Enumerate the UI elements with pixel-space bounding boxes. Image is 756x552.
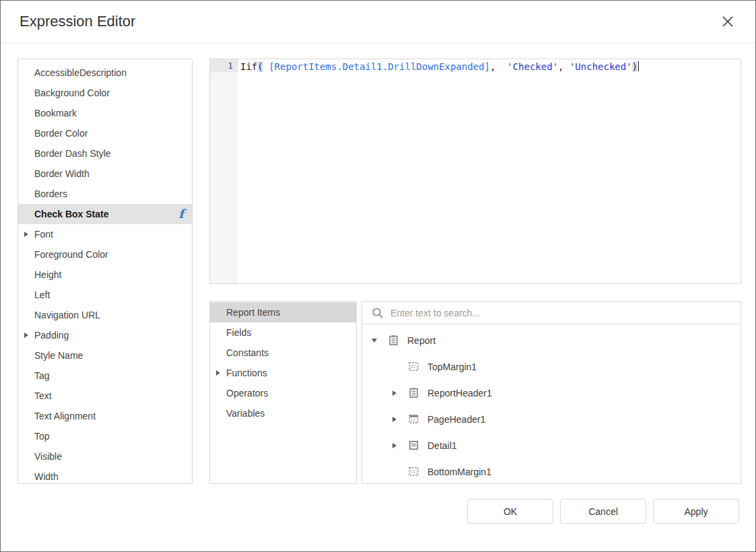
category-item-functions[interactable]: Functions [210, 363, 356, 383]
property-label: Visible [34, 451, 62, 462]
report-band-icon [408, 387, 419, 399]
tree-item-label: TopMargin1 [427, 361, 477, 372]
close-button[interactable] [717, 11, 738, 32]
property-item-width[interactable]: Width [18, 467, 192, 484]
tree-item-bottommargin1[interactable]: BottomMargin1 [362, 458, 741, 483]
tree-item-reportheader1[interactable]: ReportHeader1 [362, 380, 741, 406]
property-label: Tag [34, 370, 50, 381]
search-input[interactable] [384, 308, 741, 318]
expression-code-editor[interactable]: 1 Iif( [ReportItems.Detail1.DrillDownExp… [209, 59, 741, 284]
ok-button[interactable]: OK [467, 499, 553, 524]
property-item-visible[interactable]: Visible [18, 446, 192, 467]
category-label: Operators [226, 388, 268, 399]
expand-arrow-icon[interactable] [210, 370, 226, 376]
property-item-navigation-url[interactable]: Navigation URL [18, 305, 192, 325]
triangle-right-icon [216, 370, 220, 376]
search-icon [372, 307, 384, 319]
property-item-border-dash-style[interactable]: Border Dash Style [18, 143, 192, 164]
triangle-right-icon [392, 417, 397, 422]
detail-band-icon [408, 440, 419, 451]
cancel-button[interactable]: Cancel [560, 499, 646, 524]
code-token-plain: , [558, 61, 563, 72]
property-label: Border Width [34, 168, 90, 179]
property-item-bookmark[interactable]: Bookmark [18, 103, 192, 123]
expand-arrow-icon[interactable] [386, 390, 403, 396]
category-label: Fields [226, 327, 251, 338]
category-label: Variables [226, 408, 265, 419]
tree-item-pageheader1[interactable]: PageHeader1 [362, 406, 741, 432]
property-label: Style Name [34, 350, 83, 361]
code-token-plain: Iif [240, 61, 257, 72]
expression-f-icon: f [178, 208, 184, 220]
report-items-panel: ReportTopMargin1ReportHeader1PageHeader1… [362, 301, 741, 484]
property-item-text-alignment[interactable]: Text Alignment [18, 406, 192, 426]
text-cursor [638, 61, 639, 71]
category-item-report-items[interactable]: Report Items [210, 302, 356, 322]
property-label: Padding [34, 330, 69, 341]
triangle-right-icon [392, 390, 397, 396]
property-label: Border Color [34, 128, 88, 139]
tree-item-label: BottomMargin1 [427, 467, 491, 477]
tree-item-label: Detail1 [427, 440, 457, 451]
property-item-text[interactable]: Text [18, 386, 192, 406]
dialog-footer: OK Cancel Apply [467, 499, 739, 524]
expand-arrow-icon[interactable] [18, 232, 34, 237]
property-label: Borders [34, 188, 67, 199]
property-label: Text Alignment [34, 411, 96, 421]
code-token-plain [495, 61, 507, 72]
category-label: Report Items [226, 307, 280, 318]
property-item-padding[interactable]: Padding [18, 325, 192, 345]
code-token-paren: ( [257, 61, 263, 72]
expression-text: Iif( [ReportItems.Detail1.DrillDownExpan… [238, 59, 741, 73]
tree-item-topmargin1[interactable]: TopMargin1 [362, 353, 741, 380]
property-label: Bookmark [34, 108, 77, 118]
properties-list: AccessibleDescriptionBackground ColorBoo… [18, 59, 193, 484]
margin-band-icon [408, 466, 419, 477]
code-token-paren: ) [632, 61, 638, 72]
property-item-tag[interactable]: Tag [18, 366, 192, 386]
code-token-field: [ReportItems.Detail1.DrillDownExpanded] [269, 61, 490, 72]
property-item-border-color[interactable]: Border Color [18, 123, 192, 143]
category-item-constants[interactable]: Constants [210, 343, 356, 363]
category-item-fields[interactable]: Fields [210, 322, 356, 343]
property-item-accessibledescription[interactable]: AccessibleDescription [18, 63, 192, 83]
category-item-operators[interactable]: Operators [210, 383, 356, 403]
code-token-string: 'Checked' [507, 61, 558, 72]
tree-item-report[interactable]: Report [362, 327, 741, 353]
expand-arrow-icon[interactable] [386, 417, 403, 422]
editor-gutter: 1 [210, 59, 238, 283]
property-label: Check Box State [34, 209, 108, 219]
property-label: Border Dash Style [34, 148, 111, 159]
property-item-foreground-color[interactable]: Foreground Color [18, 244, 192, 265]
expression-editor-dialog: Expression Editor AccessibleDescriptionB… [0, 0, 756, 552]
property-item-check-box-state[interactable]: Check Box Statef [18, 204, 192, 224]
property-item-border-width[interactable]: Border Width [18, 164, 192, 184]
property-item-left[interactable]: Left [18, 285, 192, 305]
property-label: Height [34, 269, 61, 280]
property-label: Left [34, 289, 50, 300]
apply-button[interactable]: Apply [653, 499, 739, 524]
property-item-height[interactable]: Height [18, 265, 192, 285]
property-item-style-name[interactable]: Style Name [18, 345, 192, 366]
line-number: 1 [210, 59, 238, 72]
code-token-plain [263, 61, 269, 72]
dialog-header: Expression Editor [1, 1, 755, 43]
expand-arrow-icon[interactable] [386, 443, 403, 448]
category-item-variables[interactable]: Variables [210, 403, 356, 423]
category-label: Functions [226, 368, 267, 378]
property-item-top[interactable]: Top [18, 426, 192, 446]
tree-item-label: Report [407, 335, 436, 346]
search-bar [362, 302, 741, 324]
property-item-font[interactable]: Font [18, 224, 192, 244]
property-label: Font [34, 229, 53, 240]
triangle-right-icon [392, 443, 397, 448]
expand-arrow-icon[interactable] [18, 333, 34, 338]
property-item-borders[interactable]: Borders [18, 184, 192, 204]
collapse-arrow-icon[interactable] [366, 339, 382, 343]
tree-item-detail1[interactable]: Detail1 [362, 432, 741, 458]
property-item-background-color[interactable]: Background Color [18, 83, 192, 103]
property-label: Foreground Color [34, 249, 108, 260]
tree-item-label: ReportHeader1 [427, 388, 492, 399]
report-items-tree: ReportTopMargin1ReportHeader1PageHeader1… [362, 324, 741, 483]
triangle-right-icon [24, 333, 28, 338]
